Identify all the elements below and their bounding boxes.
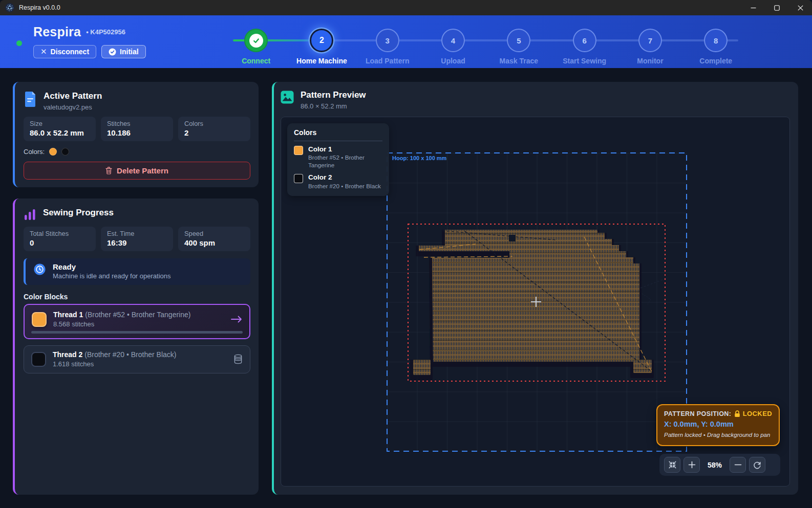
active-pattern-card: Active Pattern valetudogv2.pes Size 86.0… [13,82,259,187]
status-description: Machine is idle and ready for operations [53,273,171,280]
machine-serial: • K4P502956 [86,28,125,36]
legend-item-2: Color 2 Brother #20 • Brother Black [294,173,382,190]
preview-canvas[interactable]: Colors Color 1 Brother #52 • Brother Tan… [281,117,790,487]
step-1-circle [244,29,268,52]
step-3-circle: 3 [376,29,399,52]
legend-title: Colors [294,128,382,141]
app-icon [5,3,14,12]
step-start-sewing[interactable]: 6 Start Sewing [551,29,617,65]
thread-2-swatch [31,352,46,367]
arrow-right-icon [231,316,242,323]
step-label: Connect [242,57,270,65]
disconnect-x-icon: ✕ [40,47,47,56]
step-2-circle: 2 [310,29,333,52]
stat-size: Size 86.0 x 52.2 mm [24,117,96,141]
position-hint: Pattern locked • Drag background to pan [664,432,772,438]
brand-name: Respira [33,25,81,39]
connection-status-dot [16,40,22,46]
zoom-level: 58% [701,461,728,469]
legend-swatch-2 [294,174,303,183]
image-icon [281,91,294,104]
stat-est-time: Est. Time 16:39 [101,227,173,251]
legend-swatch-1 [294,146,303,155]
bar-chart-icon [24,208,36,221]
step-label: Upload [441,57,465,65]
status-title: Ready [53,262,171,271]
close-button[interactable] [788,0,812,15]
step-4-circle: 4 [441,29,465,52]
step-monitor[interactable]: 7 Monitor [617,29,683,65]
color-swatch-2 [61,148,69,156]
pattern-preview-panel: Pattern Preview 86.0 × 52.2 mm [272,82,798,495]
stat-speed: Speed 400 spm [178,227,250,251]
sewing-progress-title: Sewing Progress [43,208,114,218]
step-upload[interactable]: 4 Upload [420,29,486,65]
window-title: Respira v0.0.0 [19,4,60,11]
pattern-position-badge: PATTERN POSITION: LOCKED X: 0.0mm, Y: 0.… [656,404,780,446]
pattern-dimensions: 86.0 × 52.2 mm [301,102,366,110]
step-6-circle: 6 [573,29,596,52]
fit-to-screen-button[interactable] [664,457,680,473]
pattern-filename: valetudogv2.pes [44,103,102,111]
step-label: Home Machine [296,57,347,65]
maximize-button[interactable] [765,0,788,15]
color-swatch-1 [49,148,57,156]
zoom-in-button[interactable] [683,457,700,473]
legend-item-1: Color 1 Brother #52 • Brother Tangerine [294,145,382,169]
disconnect-button[interactable]: ✕ Disconnect [33,45,96,58]
delete-pattern-button[interactable]: Delete Pattern [24,162,250,180]
lock-icon [734,410,740,417]
thread-block-1[interactable]: Thread 1 (Brother #52 • Brother Tangerin… [24,304,250,339]
sewing-progress-card: Sewing Progress Total Stitches 0 Est. Ti… [13,198,259,495]
step-label: Load Pattern [366,57,410,65]
color-blocks-label: Color Blocks [24,293,250,301]
zoom-controls: 58% [659,454,780,476]
trash-icon [105,167,112,174]
step-label: Mask Trace [500,57,539,65]
step-connect[interactable]: Connect [223,29,289,65]
stat-colors: Colors 2 [178,117,250,141]
minus-icon [734,461,742,469]
step-label: Start Sewing [563,57,606,65]
active-pattern-title: Active Pattern [44,91,102,101]
thread-1-progress-bar [31,331,243,334]
refresh-icon [753,461,761,469]
step-8-circle: 8 [704,29,728,52]
app-header: Respira • K4P502956 ✕ Disconnect Initial [0,15,812,68]
maximize-icon [774,5,780,11]
minimize-icon [751,5,756,11]
step-home-machine[interactable]: 2 Home Machine [289,29,354,65]
position-label: PATTERN POSITION: [664,410,731,417]
plus-icon [688,461,696,469]
fit-to-screen-icon [668,460,677,469]
colors-label: Colors: [24,148,45,156]
titlebar: Respira v0.0.0 [0,0,812,15]
step-7-circle: 7 [638,29,662,52]
document-icon [24,92,37,107]
database-icon [233,354,243,364]
hoop-size-label: Hoop: 100 x 100 mm [392,155,446,161]
step-complete[interactable]: 8 Complete [683,29,749,65]
close-icon [798,5,803,11]
stepper: Connect 2 Home Machine 3 Load Pattern 4 … [223,29,749,65]
step-mask-trace[interactable]: 5 Mask Trace [486,29,551,65]
badge-check-icon [109,48,116,56]
position-coordinates: X: 0.0mm, Y: 0.0mm [664,420,772,428]
locked-status: LOCKED [743,410,772,417]
thread-1-swatch [32,312,47,327]
step-label: Monitor [637,57,663,65]
zoom-out-button[interactable] [730,457,746,473]
reset-view-button[interactable] [749,457,765,473]
clock-icon [34,263,46,275]
thread-2-name: Thread 2 (Brother #20 • Brother Black) [53,350,227,359]
stat-total-stitches: Total Stitches 0 [24,227,96,251]
pattern-preview-title: Pattern Preview [301,90,366,100]
thread-2-stitches: 1.618 stitches [53,360,227,368]
step-done-check-icon [249,34,263,48]
initial-button[interactable]: Initial [101,45,146,58]
step-load-pattern[interactable]: 3 Load Pattern [355,29,420,65]
thread-1-name: Thread 1 (Brother #52 • Brother Tangerin… [53,311,224,319]
minimize-button[interactable] [741,0,765,15]
thread-block-2[interactable]: Thread 2 (Brother #20 • Brother Black) 1… [24,345,250,373]
machine-status-banner: Ready Machine is idle and ready for oper… [24,258,250,285]
